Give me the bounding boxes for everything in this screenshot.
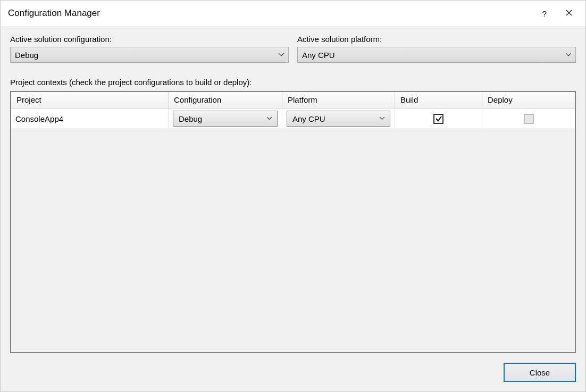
table-row: ConsoleApp4 Debug Any CPU bbox=[11, 109, 575, 128]
solution-platform-combo[interactable]: Any CPU bbox=[297, 47, 576, 63]
chevron-down-icon bbox=[279, 53, 284, 56]
cell-deploy bbox=[482, 109, 575, 128]
chevron-down-icon bbox=[380, 117, 384, 120]
cell-build bbox=[395, 109, 482, 128]
row-config-value: Debug bbox=[179, 114, 202, 123]
solution-config-field: Active solution configuration: Debug bbox=[10, 35, 289, 63]
build-checkbox[interactable] bbox=[433, 114, 443, 124]
column-header-build[interactable]: Build bbox=[395, 92, 482, 109]
solution-config-combo[interactable]: Debug bbox=[10, 47, 289, 63]
close-button[interactable]: Close bbox=[504, 363, 576, 382]
column-header-project[interactable]: Project bbox=[11, 92, 169, 109]
deploy-checkbox bbox=[524, 114, 534, 124]
solution-platform-value: Any CPU bbox=[302, 51, 335, 60]
dialog-content: Active solution configuration: Debug Act… bbox=[1, 26, 585, 391]
grid-subhead: Project contexts (check the project conf… bbox=[10, 78, 576, 87]
dialog-footer: Close bbox=[10, 353, 576, 382]
column-header-platform[interactable]: Platform bbox=[282, 92, 395, 109]
row-platform-value: Any CPU bbox=[292, 114, 325, 123]
title-bar: Configuration Manager ? bbox=[1, 1, 585, 26]
solution-row: Active solution configuration: Debug Act… bbox=[10, 35, 576, 63]
row-config-combo[interactable]: Debug bbox=[173, 111, 278, 127]
grid-empty-area bbox=[11, 128, 575, 352]
project-grid: Project Configuration Platform Build Dep… bbox=[10, 91, 576, 353]
row-platform-combo[interactable]: Any CPU bbox=[287, 111, 390, 127]
window-title: Configuration Manager bbox=[8, 8, 532, 19]
check-icon bbox=[435, 115, 442, 122]
solution-platform-field: Active solution platform: Any CPU bbox=[297, 35, 576, 63]
solution-config-value: Debug bbox=[15, 51, 38, 60]
grid-header: Project Configuration Platform Build Dep… bbox=[11, 92, 575, 109]
help-button[interactable]: ? bbox=[532, 3, 557, 24]
close-icon bbox=[566, 9, 572, 18]
close-window-button[interactable] bbox=[557, 3, 581, 24]
cell-platform: Any CPU bbox=[282, 109, 395, 128]
cell-configuration: Debug bbox=[169, 109, 282, 128]
column-header-configuration[interactable]: Configuration bbox=[169, 92, 282, 109]
help-icon: ? bbox=[542, 9, 547, 18]
column-header-deploy[interactable]: Deploy bbox=[482, 92, 575, 109]
chevron-down-icon bbox=[566, 53, 571, 56]
cell-project: ConsoleApp4 bbox=[11, 109, 169, 128]
chevron-down-icon bbox=[267, 117, 272, 120]
solution-platform-label: Active solution platform: bbox=[297, 35, 576, 44]
close-button-label: Close bbox=[530, 368, 550, 377]
solution-config-label: Active solution configuration: bbox=[10, 35, 289, 44]
